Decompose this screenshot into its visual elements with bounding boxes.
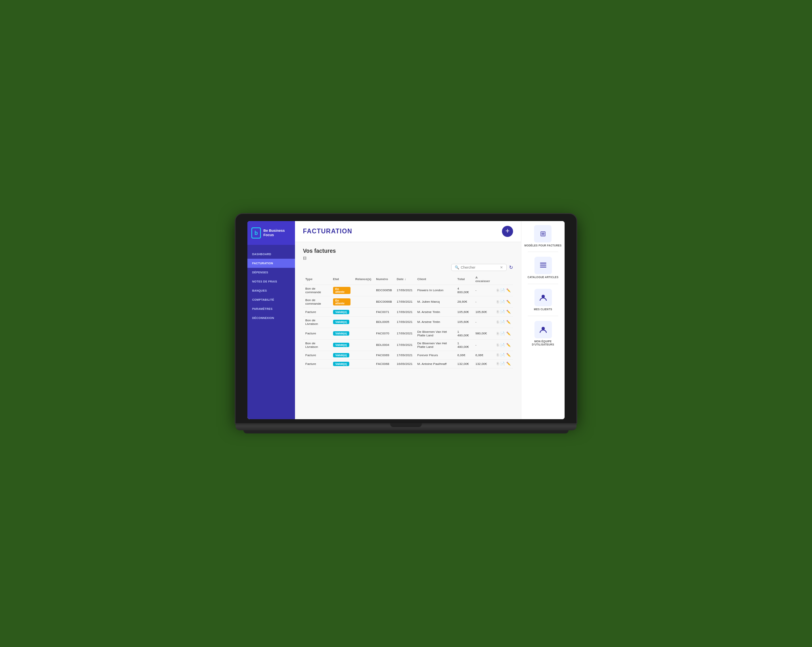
cell-numero-1: BDC0066B xyxy=(373,296,394,307)
col-client: Client xyxy=(415,274,455,285)
table-row[interactable]: Bon de Livraison Validé(e) BDL0005 17/09… xyxy=(303,316,513,328)
document-icon-6[interactable]: 📄 xyxy=(500,353,505,357)
cell-date-0: 17/09/2021 xyxy=(394,284,415,296)
search-bar: 🔍 ✕ ↻ xyxy=(303,264,513,271)
table-row[interactable]: Facture Validé(e) FAC0068 16/09/2021 M. … xyxy=(303,359,513,368)
filter-icon[interactable]: ⊟ xyxy=(303,256,513,261)
table-row[interactable]: Bon de commande En attente BDC0065B 17/0… xyxy=(303,284,513,296)
sidebar-item-depenses[interactable]: DÉPENSES xyxy=(247,268,295,277)
mon-equipe-icon xyxy=(534,321,552,338)
refresh-icon[interactable]: ↻ xyxy=(509,265,513,270)
cell-total-2: 105,60€ xyxy=(455,307,473,316)
table-row[interactable]: Bon de commande En attente BDC0066B 17/0… xyxy=(303,296,513,307)
col-total: Total xyxy=(455,274,473,285)
edit-icon-1[interactable]: ✏️ xyxy=(506,300,511,304)
edit-icon-6[interactable]: ✏️ xyxy=(506,353,511,357)
quick-action-modeles[interactable]: ⊞ MODÈLES POUR FACTURES xyxy=(525,225,562,247)
copy-icon-7[interactable]: ⎘ xyxy=(497,362,499,366)
sidebar-item-notes-frais[interactable]: NOTES DE FRAIS xyxy=(247,277,295,286)
quick-action-mes-clients[interactable]: MES CLIENTS xyxy=(534,289,552,311)
cell-etat-7: Validé(e) xyxy=(331,359,353,368)
cell-client-1: M. Julien Marcq xyxy=(415,296,455,307)
quick-action-mon-equipe[interactable]: MON ÉQUIPE D'UTILISATEURS xyxy=(524,321,562,346)
cell-encaisser-2: 105,60€ xyxy=(473,307,494,316)
status-badge-7: Validé(e) xyxy=(333,362,349,366)
cell-numero-5: BDL0004 xyxy=(373,339,394,351)
copy-icon-5[interactable]: ⎘ xyxy=(497,343,499,347)
cell-client-7: M. Antoine Paulhnaff xyxy=(415,359,455,368)
logo-icon: b xyxy=(251,227,261,239)
cell-numero-0: BDC0065B xyxy=(373,284,394,296)
cell-numero-2: FAC0071 xyxy=(373,307,394,316)
copy-icon-4[interactable]: ⎘ xyxy=(497,332,499,336)
copy-icon-1[interactable]: ⎘ xyxy=(497,300,499,304)
cell-total-4: 1 480,00€ xyxy=(455,328,473,339)
cell-etat-5: Validé(e) xyxy=(331,339,353,351)
add-button[interactable]: + xyxy=(502,226,513,237)
cell-encaisser-4: 980,00€ xyxy=(473,328,494,339)
cell-client-6: Forever Fleurs xyxy=(415,351,455,359)
copy-icon-0[interactable]: ⎘ xyxy=(497,288,499,292)
edit-icon-4[interactable]: ✏️ xyxy=(506,332,511,336)
copy-icon-3[interactable]: ⎘ xyxy=(497,320,499,324)
status-badge-3: Validé(e) xyxy=(333,320,349,324)
sidebar-item-parametres[interactable]: PARAMÈTRES xyxy=(247,304,295,313)
document-icon-0[interactable]: 📄 xyxy=(500,288,505,292)
sidebar-item-dashboard[interactable]: DASHBOARD xyxy=(247,250,295,259)
edit-icon-2[interactable]: ✏️ xyxy=(506,310,511,314)
clear-icon[interactable]: ✕ xyxy=(500,265,503,269)
search-input[interactable] xyxy=(461,265,498,269)
document-icon-3[interactable]: 📄 xyxy=(500,320,505,324)
sidebar-item-comptabilite[interactable]: COMPTABILITÉ xyxy=(247,295,295,304)
table-row[interactable]: Bon de Livraison Validé(e) BDL0004 17/09… xyxy=(303,339,513,351)
quick-action-catalogue[interactable]: CATALOGUE ARTICLES xyxy=(528,257,559,279)
copy-icon-6[interactable]: ⎘ xyxy=(497,353,499,357)
table-header-row: Type Etat Relance(s) Numéro Date ↓ Clien… xyxy=(303,274,513,285)
table-row[interactable]: Facture Validé(e) FAC0069 17/09/2021 For… xyxy=(303,351,513,359)
content-area: Vos factures ⊟ 🔍 ✕ ↻ xyxy=(295,242,521,419)
modeles-label: MODÈLES POUR FACTURES xyxy=(525,244,562,247)
cell-etat-1: En attente xyxy=(331,296,353,307)
cell-relance-5 xyxy=(353,339,373,351)
cell-client-5: De Bloemen Van Het Platte Land xyxy=(415,339,455,351)
svg-point-4 xyxy=(542,327,545,330)
cell-date-3: 17/09/2021 xyxy=(394,316,415,328)
divider-2 xyxy=(528,284,559,284)
copy-icon-2[interactable]: ⎘ xyxy=(497,310,499,314)
table-row[interactable]: Facture Validé(e) FAC0071 17/09/2021 M. … xyxy=(303,307,513,316)
table-row[interactable]: Facture Validé(e) FAC0070 17/09/2021 De … xyxy=(303,328,513,339)
edit-icon-7[interactable]: ✏️ xyxy=(506,362,511,366)
status-badge-0: En attente xyxy=(333,287,350,294)
mes-clients-label: MES CLIENTS xyxy=(534,308,552,311)
cell-numero-6: FAC0069 xyxy=(373,351,394,359)
sidebar-item-banques[interactable]: BANQUES xyxy=(247,286,295,295)
col-etat: Etat xyxy=(331,274,353,285)
cell-total-0: 4 800,00€ xyxy=(455,284,473,296)
document-icon-7[interactable]: 📄 xyxy=(500,362,505,366)
col-relance: Relance(s) xyxy=(353,274,373,285)
svg-rect-1 xyxy=(540,265,546,265)
cell-actions-2: ⎘ 📄 ✏️ xyxy=(494,307,513,316)
document-icon-1[interactable]: 📄 xyxy=(500,300,505,304)
edit-icon-3[interactable]: ✏️ xyxy=(506,320,511,324)
divider-3 xyxy=(528,316,559,316)
document-icon-2[interactable]: 📄 xyxy=(500,310,505,314)
sidebar-item-deconnexion[interactable]: DÉCONNEXION xyxy=(247,313,295,323)
edit-icon-5[interactable]: ✏️ xyxy=(506,343,511,347)
laptop-screen: b Be Business Focus DASHBOARD FACTURATIO… xyxy=(247,221,565,419)
cell-total-7: 132,00€ xyxy=(455,359,473,368)
cell-encaisser-7: 132,00€ xyxy=(473,359,494,368)
document-icon-5[interactable]: 📄 xyxy=(500,343,505,347)
search-input-wrapper: 🔍 ✕ xyxy=(451,264,507,271)
cell-encaisser-1: - xyxy=(473,296,494,307)
status-badge-2: Validé(e) xyxy=(333,310,349,314)
cell-relance-0 xyxy=(353,284,373,296)
cell-relance-3 xyxy=(353,316,373,328)
section-title: Vos factures xyxy=(303,248,513,254)
laptop-foot xyxy=(243,430,569,433)
cell-etat-3: Validé(e) xyxy=(331,316,353,328)
document-icon-4[interactable]: 📄 xyxy=(500,332,505,336)
sidebar-item-facturation[interactable]: FACTURATION xyxy=(247,259,295,268)
edit-icon-0[interactable]: ✏️ xyxy=(506,288,511,292)
divider-1 xyxy=(528,252,559,252)
